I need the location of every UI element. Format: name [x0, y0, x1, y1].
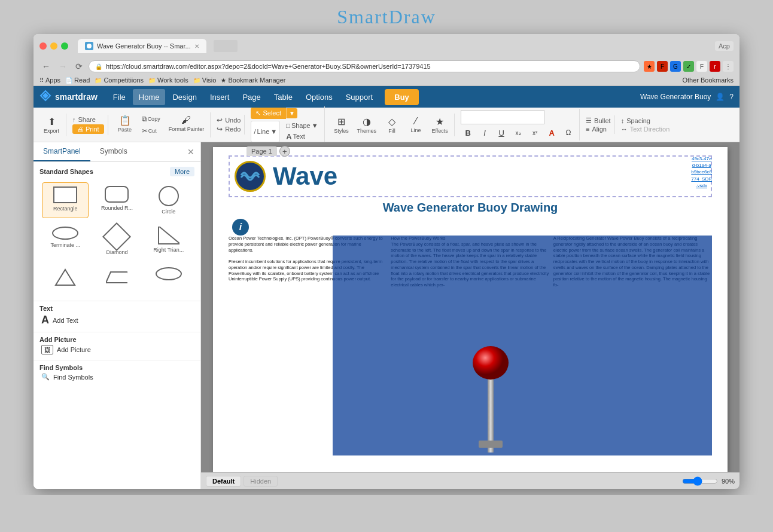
underline-button[interactable]: U — [494, 126, 509, 139]
shape-diamond[interactable]: Diamond — [93, 223, 140, 259]
ext-icon-4[interactable]: ✓ — [683, 61, 694, 72]
add-page-button[interactable]: + — [279, 146, 290, 157]
buoy-illustration — [467, 321, 515, 454]
shape-rounded-rect[interactable]: Rounded R... — [93, 182, 140, 218]
shape-terminate[interactable]: Terminate ... — [42, 223, 89, 259]
menu-design[interactable]: Design — [166, 89, 202, 105]
export-button[interactable]: ⬆ Export — [41, 115, 62, 135]
reload-button[interactable]: ⟳ — [73, 60, 85, 72]
format-painter-label: Format Painter — [169, 126, 205, 132]
forward-button[interactable]: → — [56, 60, 69, 72]
tab-close-button[interactable]: ✕ — [194, 43, 199, 50]
default-page-tab[interactable]: Default — [206, 476, 241, 487]
toolbar-group-clipboard: 📋 Paste ⧉ Copy ✂ Cut — [111, 112, 211, 137]
bullet-button[interactable]: ☰ Bullet — [586, 117, 611, 124]
hidden-page-tab[interactable]: Hidden — [244, 476, 278, 487]
shape-oval[interactable] — [145, 264, 192, 293]
other-bookmarks[interactable]: Other Bookmarks — [682, 77, 734, 84]
more-shapes-button[interactable]: More — [170, 167, 194, 176]
wave-header: Wave — [229, 155, 712, 197]
bookmark-competitions[interactable]: 📁 Competitiions — [95, 77, 144, 84]
shape-rectangle[interactable]: Rectangle — [42, 182, 89, 218]
text-button[interactable]: A Text — [284, 131, 320, 142]
italic-button[interactable]: I — [477, 126, 492, 139]
select-dropdown[interactable]: ▼ — [286, 108, 297, 118]
symbols-tab[interactable]: Symbols — [90, 142, 137, 161]
styles-button[interactable]: ⊞ Styles — [331, 115, 352, 135]
special-char-button[interactable]: Ω — [561, 126, 576, 139]
spacing-button[interactable]: ↕ Spacing — [621, 117, 670, 124]
close-window-button[interactable] — [39, 42, 47, 50]
buy-button[interactable]: Buy — [385, 89, 419, 105]
menu-insert[interactable]: Insert — [204, 89, 236, 105]
canvas-area[interactable]: Page 1 + — [201, 142, 739, 489]
bookmark-work-tools[interactable]: 📁 Work tools — [148, 77, 188, 84]
terminate-label: Terminate ... — [50, 242, 80, 248]
fill-button[interactable]: ◇ Fill — [381, 115, 403, 135]
smartpanel-tab[interactable]: SmartPanel — [34, 142, 90, 161]
sidebar-tabs: SmartPanel Symbols ✕ — [34, 142, 200, 162]
info-icon: i — [232, 219, 249, 236]
visio-icon: 📁 — [193, 77, 200, 84]
font-input[interactable] — [461, 110, 544, 124]
menu-home[interactable]: Home — [133, 89, 166, 105]
effects-button[interactable]: ★ Effects — [429, 115, 451, 135]
menu-file[interactable]: File — [107, 89, 132, 105]
bold-button[interactable]: B — [461, 126, 475, 139]
export-icon: ⬆ — [48, 116, 56, 127]
redo-button[interactable]: ↪ Redo — [217, 125, 241, 133]
menu-support[interactable]: Support — [340, 89, 379, 105]
address-bar[interactable]: 🔒 https://cloud.smartdraw.com/editor.asp… — [89, 60, 640, 72]
add-picture-button[interactable]: 🖼 Add Picture — [39, 343, 194, 356]
sidebar-close-button[interactable]: ✕ — [181, 142, 200, 161]
select-button[interactable]: ↖ Select — [251, 108, 286, 119]
minimize-window-button[interactable] — [50, 42, 57, 50]
format-painter-button[interactable]: 🖌 Format Painter — [166, 114, 207, 136]
picture-section-title: Add Picture — [39, 336, 194, 343]
shape-button[interactable]: □ Shape ▼ — [284, 121, 320, 130]
bookmark-read[interactable]: 📄 Read — [65, 77, 90, 84]
cut-icon: ✂ — [142, 127, 148, 135]
back-button[interactable]: ← — [39, 60, 53, 72]
browser-tab[interactable]: Wave Generator Buoy -- Smar... ✕ — [78, 39, 206, 53]
ext-icon-3[interactable]: G — [670, 61, 681, 72]
menu-page[interactable]: Page — [236, 89, 266, 105]
subscript-button[interactable]: x₂ — [511, 126, 525, 139]
shape-trapezoid[interactable] — [93, 264, 140, 293]
align-button[interactable]: ≡ Align — [586, 126, 611, 133]
paste-button[interactable]: 📋 Paste — [114, 114, 136, 136]
ext-icon-5[interactable]: F — [696, 61, 707, 72]
font-color-button[interactable]: A — [544, 126, 559, 139]
acr-button[interactable]: Aср — [715, 41, 734, 51]
new-tab-button[interactable] — [214, 40, 238, 52]
share-button[interactable]: ↑ Share — [72, 116, 96, 123]
shape-right-triangle[interactable]: Right Trian... — [145, 223, 192, 259]
ext-icon-7[interactable]: ⋮ — [723, 61, 734, 72]
bookmark-visio[interactable]: 📁 Visio — [193, 77, 217, 84]
add-text-button[interactable]: A Add Text — [39, 312, 194, 328]
bookmark-bookmark-manager[interactable]: ★ Bookmark Manager — [221, 77, 285, 84]
copy-button[interactable]: ⧉ Copy — [139, 114, 163, 124]
ext-icon-1[interactable]: ★ — [644, 61, 655, 72]
bookmark-apps[interactable]: ⠿ Apps — [39, 77, 60, 84]
menu-options[interactable]: Options — [300, 89, 339, 105]
line-button[interactable]: / Line ▼ — [251, 121, 280, 142]
undo-button[interactable]: ↩ Undo — [217, 116, 241, 124]
undo-icon: ↩ — [217, 116, 223, 124]
browser-chrome: Wave Generator Buoy -- Smar... ✕ Aср ← →… — [34, 34, 739, 86]
rectangle-label: Rectangle — [53, 206, 78, 212]
shape-circle[interactable]: Circle — [145, 182, 192, 218]
menu-table[interactable]: Table — [268, 89, 299, 105]
shape-triangle[interactable] — [42, 264, 89, 293]
print-button[interactable]: 🖨 Print — [72, 124, 104, 134]
zoom-slider[interactable] — [682, 476, 718, 486]
find-symbols-button[interactable]: 🔍 Find Symbols — [39, 371, 194, 383]
themes-button[interactable]: ◑ Themes — [355, 115, 379, 135]
maximize-window-button[interactable] — [61, 42, 68, 50]
cut-button[interactable]: ✂ Cut — [139, 126, 163, 136]
text-direction-button[interactable]: ↔ Text Direction — [621, 126, 670, 133]
ext-icon-6[interactable]: r — [710, 61, 720, 72]
ext-icon-2[interactable]: F — [657, 61, 668, 72]
line-style-button[interactable]: ⁄ Line — [405, 115, 427, 135]
superscript-button[interactable]: x² — [528, 126, 542, 139]
